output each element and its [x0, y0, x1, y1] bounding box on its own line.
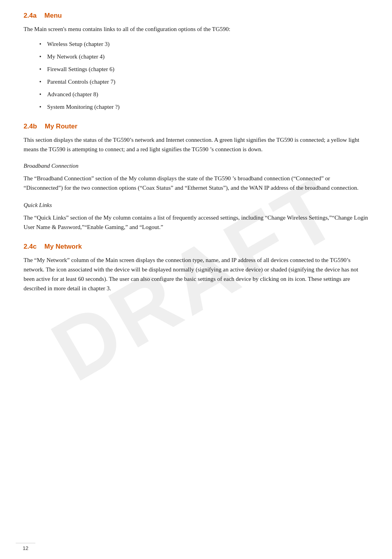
list-item: Parental Controls (chapter 7): [39, 77, 368, 86]
broadband-connection-title: Broadband Connection: [24, 161, 368, 170]
page-number: 12: [16, 543, 35, 551]
quick-links-section: Quick Links The “Quick Links” section of…: [24, 200, 368, 232]
section-2-4c-title: My Network: [44, 243, 82, 251]
section-2-4a-intro: The Main screen's menu contains links to…: [24, 24, 368, 34]
section-2-4c-number: 2.4c: [24, 243, 37, 251]
section-2-4b-title: My Router: [45, 123, 77, 130]
broadband-connection-body: The “Broadband Connection” section of th…: [24, 174, 368, 192]
broadband-connection-section: Broadband Connection The “Broadband Conn…: [24, 161, 368, 192]
section-2-4a-number: 2.4a: [24, 12, 37, 20]
list-item: Firewall Settings (chapter 6): [39, 64, 368, 74]
section-2-4c-body: The “My Network” column of the Main scre…: [24, 255, 368, 293]
quick-links-title: Quick Links: [24, 200, 368, 210]
section-2-4b-number: 2.4b: [24, 123, 37, 130]
section-2-4b-intro: This section displays the status of the …: [24, 135, 368, 154]
section-2-4a: 2.4a Menu The Main screen's menu contain…: [24, 12, 368, 112]
list-item: Wireless Setup (chapter 3): [39, 39, 368, 49]
list-item: System Monitoring (chapter ?): [39, 102, 368, 112]
list-item: Advanced (chapter 8): [39, 90, 368, 99]
section-2-4a-title: Menu: [44, 12, 62, 20]
list-item: My Network (chapter 4): [39, 52, 368, 61]
section-2-4b: 2.4b My Router This section displays the…: [24, 123, 368, 232]
section-2-4c: 2.4c My Network The “My Network” column …: [24, 243, 368, 293]
section-2-4a-list: Wireless Setup (chapter 3) My Network (c…: [39, 39, 368, 112]
quick-links-body: The “Quick Links” section of the My colu…: [24, 213, 368, 232]
